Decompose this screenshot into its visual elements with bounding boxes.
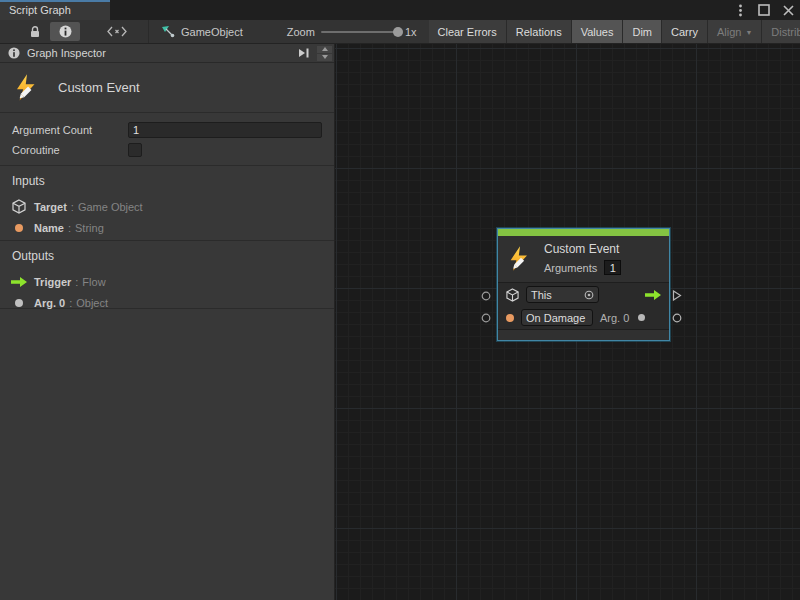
event-accent-bar xyxy=(498,229,669,236)
custom-event-icon xyxy=(12,73,42,103)
object-dot-icon xyxy=(10,299,28,307)
arg0-label: Arg. 0 xyxy=(600,312,629,324)
output-port-trigger-triangle[interactable] xyxy=(672,290,682,301)
port-name: Arg. 0 xyxy=(34,297,65,309)
port-row-arg0: Arg. 0 : Object xyxy=(0,292,334,313)
outputs-heading: Outputs xyxy=(0,249,334,263)
arguments-label: Arguments xyxy=(544,262,597,274)
zoom-control: Zoom 1x xyxy=(253,20,417,43)
align-button[interactable]: Align▼ xyxy=(708,20,762,43)
port-row-target: Target : Game Object xyxy=(0,196,334,217)
string-dot-icon xyxy=(506,314,514,322)
inputs-section: Inputs Target : Game Object Name : Strin… xyxy=(0,166,334,241)
inputs-heading: Inputs xyxy=(0,174,334,188)
custom-event-node[interactable]: Custom Event Arguments 1 This xyxy=(497,228,670,341)
graph-inspector-panel: Graph Inspector Custom Event A xyxy=(0,44,335,600)
coroutine-row: Coroutine xyxy=(0,140,334,160)
zoom-value: 1x xyxy=(405,26,417,38)
tab-title: Script Graph xyxy=(9,4,71,16)
graph-canvas[interactable]: Custom Event Arguments 1 This xyxy=(335,44,800,600)
window-controls xyxy=(732,0,796,20)
coroutine-checkbox[interactable] xyxy=(128,143,142,157)
node-arguments-row: Arguments 1 xyxy=(544,260,621,275)
clear-errors-button[interactable]: Clear Errors xyxy=(429,20,507,43)
dim-button[interactable]: Dim xyxy=(623,20,662,43)
scroll-down-button[interactable] xyxy=(317,54,332,61)
input-port-name-circle[interactable] xyxy=(481,313,491,323)
zoom-slider-handle[interactable] xyxy=(393,27,403,37)
values-button[interactable]: Values xyxy=(572,20,624,43)
caret-down-icon: ▼ xyxy=(745,29,752,36)
triangle-down-icon xyxy=(322,55,328,59)
node-header-text: Custom Event Arguments 1 xyxy=(544,242,621,275)
arg0-port-dot-icon[interactable] xyxy=(638,314,645,321)
graph-inspector-title: Graph Inspector xyxy=(27,47,294,59)
node-footer xyxy=(498,329,669,340)
lock-icon[interactable] xyxy=(20,20,50,43)
node-title: Custom Event xyxy=(544,242,621,256)
port-separator: : xyxy=(71,201,74,213)
node-header[interactable]: Custom Event Arguments 1 xyxy=(498,236,669,283)
unit-title: Custom Event xyxy=(58,80,140,95)
distribute-button[interactable]: Distribute▼ xyxy=(762,20,800,43)
event-name-input[interactable] xyxy=(521,309,593,326)
target-value: This xyxy=(531,289,552,301)
input-port-target-circle[interactable] xyxy=(481,291,491,301)
port-separator: : xyxy=(69,297,72,309)
trigger-flow-arrow-icon[interactable] xyxy=(645,290,661,300)
port-separator: : xyxy=(68,222,71,234)
tab-script-graph[interactable]: Script Graph xyxy=(0,0,110,20)
port-name: Trigger xyxy=(34,276,71,288)
custom-event-icon xyxy=(506,245,534,273)
scroll-up-button[interactable] xyxy=(317,46,332,53)
node-row-target: This xyxy=(498,283,669,306)
relations-button[interactable]: Relations xyxy=(507,20,572,43)
argument-count-label: Argument Count xyxy=(12,124,128,136)
window-menu-icon[interactable] xyxy=(732,2,748,18)
port-row-name: Name : String xyxy=(0,217,334,238)
outputs-section: Outputs Trigger : Flow Arg. 0 : Object xyxy=(0,241,334,309)
unity-script-graph-window: Script Graph GameObject xyxy=(0,0,800,600)
triangle-up-icon xyxy=(322,47,328,51)
unit-settings: Argument Count Coroutine xyxy=(0,113,334,166)
graph-inspector-header: Graph Inspector xyxy=(0,44,334,63)
port-type: Flow xyxy=(82,276,105,288)
argument-count-row: Argument Count xyxy=(0,120,334,140)
port-type: Object xyxy=(76,297,108,309)
string-dot-icon xyxy=(10,224,28,232)
port-name: Target xyxy=(34,201,67,213)
node-row-name: Arg. 0 xyxy=(498,306,669,329)
toolbar: GameObject Zoom 1x Clear Errors Relation… xyxy=(0,20,800,44)
unit-title-block: Custom Event xyxy=(0,63,334,113)
port-row-trigger: Trigger : Flow xyxy=(0,271,334,292)
port-type: String xyxy=(75,222,104,234)
window-close-icon[interactable] xyxy=(780,2,796,18)
output-port-arg0-circle[interactable] xyxy=(672,313,682,323)
panel-scroll-arrows xyxy=(317,46,332,61)
coroutine-label: Coroutine xyxy=(12,144,128,156)
toolbar-buttons: Clear Errors Relations Values Dim Carry … xyxy=(429,20,800,43)
argument-count-input[interactable] xyxy=(128,122,322,138)
target-object-select[interactable]: This xyxy=(526,286,599,303)
zoom-label: Zoom xyxy=(287,26,315,38)
dock-panel-icon[interactable] xyxy=(294,46,314,61)
carry-button[interactable]: Carry xyxy=(662,20,708,43)
tab-bar: Script Graph xyxy=(0,0,800,20)
window-maximize-icon[interactable] xyxy=(756,2,772,18)
code-preview-icon[interactable] xyxy=(102,20,132,43)
zoom-slider[interactable] xyxy=(321,31,399,33)
port-name: Name xyxy=(34,222,64,234)
info-icon xyxy=(8,47,20,59)
gameobject-reference[interactable]: GameObject xyxy=(149,20,253,43)
flow-arrow-icon xyxy=(10,277,28,287)
port-separator: : xyxy=(75,276,78,288)
inspector-toggle-info-icon[interactable] xyxy=(50,22,80,41)
object-picker-icon[interactable] xyxy=(584,290,594,300)
arguments-value-box[interactable]: 1 xyxy=(604,260,621,275)
port-type: Game Object xyxy=(78,201,143,213)
gameobject-label: GameObject xyxy=(181,26,243,38)
game-object-cube-icon xyxy=(10,199,28,214)
script-graph-icon xyxy=(161,25,175,38)
game-object-cube-icon xyxy=(506,288,519,302)
